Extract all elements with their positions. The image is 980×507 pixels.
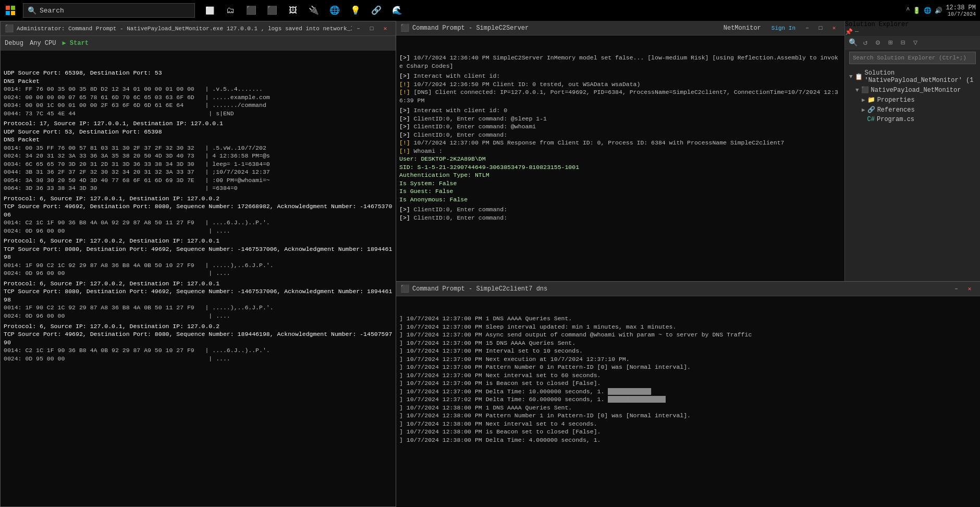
se-filter-icon[interactable]: ▽ <box>910 38 921 48</box>
start-label[interactable]: ▶ Start <box>62 39 88 47</box>
project-node[interactable]: ▼ ⬛ NativePayload_NetMonitor <box>845 85 980 95</box>
c2server-maximize[interactable]: □ <box>814 23 827 33</box>
main-area: ⬛ Administrator: Command Prompt - Native… <box>0 21 980 507</box>
client7-icon: ⬛ <box>400 284 409 293</box>
file-explorer-icon[interactable]: 🗂 <box>221 1 240 20</box>
minimize-button[interactable]: － <box>352 23 364 34</box>
taskbar-search[interactable]: 🔍 Search <box>23 3 195 18</box>
taskbar: 🔍 Search ⬜ 🗂 ⬛ ⬛ 🖼 🔌 🌐 💡 🔗 🌊 ^ 🔋 🌐 🔊 12:… <box>0 0 980 21</box>
client7-minimize[interactable]: － <box>950 284 962 294</box>
solution-explorer: Solution Explorer 📌 — 🔍 ↺ ⚙ ⊞ ⊟ ▽ Search… <box>844 21 980 281</box>
svg-rect-1 <box>11 6 15 10</box>
solution-explorer-header: Solution Explorer 📌 — <box>845 21 980 36</box>
network-icon: 🌐 <box>924 7 932 15</box>
c2server-terminal: [>] 10/7/2024 12:36:40 PM SimpleC2Server… <box>396 35 844 281</box>
left-pane: ⬛ Administrator: Command Prompt - Native… <box>0 21 396 507</box>
volume-icon: 🔊 <box>935 7 942 15</box>
cmd-icon[interactable]: ⬛ <box>263 1 281 20</box>
cpu-label[interactable]: Any CPU <box>30 40 56 47</box>
se-expand-icon[interactable]: ⊞ <box>885 38 896 48</box>
system-clock[interactable]: 12:38 PM 10/7/2024 <box>946 4 976 17</box>
c2server-minimize[interactable]: － <box>801 23 813 33</box>
references-node[interactable]: ▶ 🔗 References <box>845 105 980 115</box>
project-name: NativePayload_NetMonitor <box>871 87 961 94</box>
solution-arrow: ▼ <box>849 74 853 80</box>
solution-explorer-title: Solution Explorer <box>845 21 909 28</box>
sign-in-label[interactable]: Sign In <box>771 25 795 31</box>
close-button[interactable]: ✕ <box>379 23 391 34</box>
properties-label: Properties <box>877 96 915 104</box>
programcs-icon: C# <box>867 116 875 123</box>
system-tray: ^ 🔋 🌐 🔊 12:38 PM 10/7/2024 <box>906 0 980 21</box>
search-label: Search <box>40 7 64 15</box>
left-window-titlebar: ⬛ Administrator: Command Prompt - Native… <box>1 21 396 36</box>
solution-icon: 📋 <box>855 73 863 81</box>
solution-explorer-toolbar: 🔍 ↺ ⚙ ⊞ ⊟ ▽ <box>845 36 980 50</box>
battery-icon: 🔋 <box>913 7 921 15</box>
maximize-button[interactable]: □ <box>365 23 378 34</box>
references-label: References <box>877 106 915 114</box>
solution-root[interactable]: ▼ 📋 Solution 'NativePayload_NetMonitor' … <box>845 68 980 85</box>
c2server-icon: ⬛ <box>400 23 409 32</box>
client7-controls: － ✕ <box>950 284 976 294</box>
c2server-controls: － □ ✕ <box>801 23 840 33</box>
client7-title: Command Prompt - SimpleC2client7 dns <box>412 285 950 293</box>
c2server-titlebar: ⬛ Command Prompt - SimpleC2Server NetMon… <box>396 21 844 35</box>
solution-name: Solution 'NativePayload_NetMonitor' (1 <box>865 69 976 84</box>
svg-rect-3 <box>11 11 15 15</box>
svg-rect-0 <box>6 6 10 10</box>
debug-toolbar: Debug Any CPU ▶ Start <box>1 36 396 51</box>
solution-search-box[interactable]: Search Solution Explorer (Ctrl+;) <box>849 52 976 64</box>
start-button[interactable] <box>0 0 21 21</box>
se-sync-icon[interactable]: ↺ <box>860 38 871 48</box>
references-arrow: ▶ <box>862 106 865 113</box>
img-icon[interactable]: 🖼 <box>284 1 302 20</box>
tb-icon9[interactable]: 🌊 <box>388 1 407 20</box>
debug-label[interactable]: Debug <box>5 40 23 47</box>
se-pin-icon[interactable]: 📌 <box>845 28 853 36</box>
left-window-title: Administrator: Command Prompt - NativePa… <box>17 26 352 32</box>
right-bottom-pane: ⬛ Command Prompt - SimpleC2client7 dns －… <box>396 282 980 507</box>
project-icon: ⬛ <box>861 86 869 94</box>
vs-title-label: NetMonitor <box>724 25 761 32</box>
client7-close[interactable]: ✕ <box>963 284 976 294</box>
c2server-text: [>] 10/7/2024 12:36:40 PM SimpleC2Server… <box>399 54 841 222</box>
c2server-title: Command Prompt - SimpleC2Server <box>412 25 724 32</box>
c2server-close[interactable]: ✕ <box>828 23 840 33</box>
tray-chevron[interactable]: ^ <box>906 7 910 14</box>
client7-terminal: ] 10/7/2024 12:37:00 PM 1 DNS AAAA Queri… <box>396 296 980 507</box>
programcs-label: Program.cs <box>877 116 914 123</box>
tb-icon7[interactable]: 💡 <box>346 1 365 20</box>
references-icon: 🔗 <box>867 106 875 114</box>
se-collapse2-icon[interactable]: ⊟ <box>897 38 909 48</box>
properties-icon: 📁 <box>867 96 875 104</box>
left-terminal-lines: UDP Source Port: 65398, Destination Port… <box>4 69 393 363</box>
properties-node[interactable]: ▶ 📁 Properties <box>845 95 980 105</box>
tb-icon6[interactable]: 🌐 <box>325 1 344 20</box>
properties-arrow: ▶ <box>862 96 865 103</box>
programcs-spacer <box>862 116 865 123</box>
se-collapse-icon[interactable]: — <box>855 28 859 36</box>
se-props-icon[interactable]: ⚙ <box>872 38 884 48</box>
tb-icon8[interactable]: 🔗 <box>367 1 386 20</box>
taskbar-icons: ⬜ 🗂 ⬛ ⬛ 🖼 🔌 🌐 💡 🔗 🌊 <box>200 1 407 20</box>
client7-titlebar: ⬛ Command Prompt - SimpleC2client7 dns －… <box>396 282 980 296</box>
right-pane: ⬛ Command Prompt - SimpleC2Server NetMon… <box>396 21 980 507</box>
solution-tree: ▼ 📋 Solution 'NativePayload_NetMonitor' … <box>845 66 980 281</box>
right-top-pane: ⬛ Command Prompt - SimpleC2Server NetMon… <box>396 21 980 282</box>
se-search-icon[interactable]: 🔍 <box>847 38 859 48</box>
project-arrow: ▼ <box>855 87 859 93</box>
vs-icon[interactable]: ⬛ <box>242 1 261 20</box>
solution-search-placeholder: Search Solution Explorer (Ctrl+;) <box>853 55 966 61</box>
left-window-controls: － □ ✕ <box>352 23 391 34</box>
program-cs-node[interactable]: C# Program.cs <box>845 115 980 124</box>
c2server-pane: ⬛ Command Prompt - SimpleC2Server NetMon… <box>396 21 844 281</box>
svg-rect-2 <box>6 11 10 15</box>
client7-text: ] 10/7/2024 12:37:00 PM 1 DNS AAAA Queri… <box>399 315 977 444</box>
left-terminal-content: UDP Source Port: 65398, Destination Port… <box>1 51 396 506</box>
search-icon: 🔍 <box>28 6 36 15</box>
task-view-icon[interactable]: ⬜ <box>200 1 219 20</box>
cmd-title-icon: ⬛ <box>5 24 14 33</box>
tb-icon5[interactable]: 🔌 <box>304 1 323 20</box>
